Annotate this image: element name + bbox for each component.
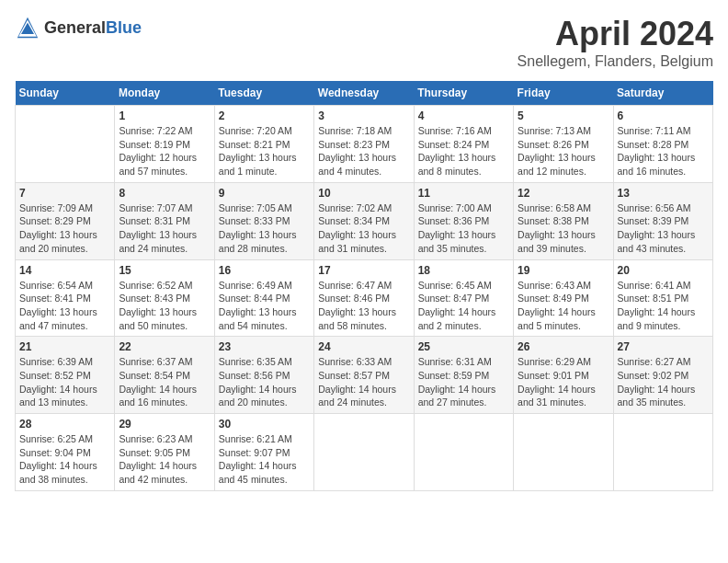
calendar-cell: 8Sunrise: 7:07 AM Sunset: 8:31 PM Daylig… (115, 182, 214, 259)
day-number: 22 (119, 340, 210, 353)
day-info: Sunrise: 7:11 AM Sunset: 8:28 PM Dayligh… (618, 124, 709, 178)
calendar-cell: 16Sunrise: 6:49 AM Sunset: 8:44 PM Dayli… (214, 259, 313, 337)
month-title: April 2024 (518, 15, 713, 53)
calendar-body: 1Sunrise: 7:22 AM Sunset: 8:19 PM Daylig… (16, 106, 713, 491)
calendar-cell: 22Sunrise: 6:37 AM Sunset: 8:54 PM Dayli… (115, 337, 214, 414)
day-info: Sunrise: 7:16 AM Sunset: 8:24 PM Dayligh… (418, 124, 509, 178)
calendar-cell: 1Sunrise: 7:22 AM Sunset: 8:19 PM Daylig… (115, 106, 214, 183)
calendar-cell: 15Sunrise: 6:52 AM Sunset: 8:43 PM Dayli… (115, 259, 214, 337)
calendar-cell (314, 414, 414, 491)
day-info: Sunrise: 6:37 AM Sunset: 8:54 PM Dayligh… (119, 355, 210, 409)
day-info: Sunrise: 7:20 AM Sunset: 8:21 PM Dayligh… (219, 124, 310, 178)
day-number: 28 (19, 418, 110, 431)
day-info: Sunrise: 6:31 AM Sunset: 8:59 PM Dayligh… (418, 355, 509, 409)
day-number: 16 (219, 264, 310, 277)
calendar-cell: 11Sunrise: 7:00 AM Sunset: 8:36 PM Dayli… (414, 182, 513, 259)
day-info: Sunrise: 6:41 AM Sunset: 8:51 PM Dayligh… (618, 279, 709, 333)
title-area: April 2024 Snellegem, Flanders, Belgium (518, 15, 713, 70)
day-number: 18 (418, 264, 509, 277)
day-number: 10 (318, 187, 409, 200)
day-number: 9 (219, 187, 310, 200)
day-info: Sunrise: 6:45 AM Sunset: 8:47 PM Dayligh… (418, 279, 509, 333)
week-row-5: 28Sunrise: 6:25 AM Sunset: 9:04 PM Dayli… (16, 414, 713, 491)
day-number: 6 (618, 109, 709, 122)
logo: GeneralBlue (15, 15, 142, 40)
calendar-cell: 24Sunrise: 6:33 AM Sunset: 8:57 PM Dayli… (314, 337, 414, 414)
day-number: 2 (219, 109, 310, 122)
day-number: 11 (418, 187, 509, 200)
calendar-cell: 9Sunrise: 7:05 AM Sunset: 8:33 PM Daylig… (214, 182, 313, 259)
day-info: Sunrise: 7:00 AM Sunset: 8:36 PM Dayligh… (418, 201, 509, 256)
day-info: Sunrise: 6:49 AM Sunset: 8:44 PM Dayligh… (219, 279, 310, 333)
day-info: Sunrise: 7:07 AM Sunset: 8:31 PM Dayligh… (119, 201, 210, 256)
day-number: 8 (119, 187, 210, 200)
calendar-cell: 19Sunrise: 6:43 AM Sunset: 8:49 PM Dayli… (514, 259, 613, 337)
week-row-4: 21Sunrise: 6:39 AM Sunset: 8:52 PM Dayli… (16, 337, 713, 414)
day-number: 26 (518, 340, 609, 353)
day-number: 7 (19, 187, 110, 200)
logo-text-blue: Blue (106, 18, 142, 37)
week-row-2: 7Sunrise: 7:09 AM Sunset: 8:29 PM Daylig… (16, 182, 713, 259)
day-number: 13 (618, 187, 709, 200)
calendar-cell: 3Sunrise: 7:18 AM Sunset: 8:23 PM Daylig… (314, 106, 414, 183)
day-info: Sunrise: 6:39 AM Sunset: 8:52 PM Dayligh… (19, 355, 110, 409)
day-number: 19 (518, 264, 609, 277)
logo-icon (15, 15, 40, 40)
calendar-cell: 17Sunrise: 6:47 AM Sunset: 8:46 PM Dayli… (314, 259, 414, 337)
calendar-cell: 18Sunrise: 6:45 AM Sunset: 8:47 PM Dayli… (414, 259, 513, 337)
day-number: 12 (518, 187, 609, 200)
calendar-cell: 30Sunrise: 6:21 AM Sunset: 9:07 PM Dayli… (214, 414, 313, 491)
calendar-cell: 25Sunrise: 6:31 AM Sunset: 8:59 PM Dayli… (414, 337, 513, 414)
day-header-monday: Monday (115, 81, 214, 106)
day-info: Sunrise: 6:54 AM Sunset: 8:41 PM Dayligh… (19, 279, 110, 333)
calendar-table: SundayMondayTuesdayWednesdayThursdayFrid… (15, 81, 713, 491)
calendar-cell (16, 106, 115, 183)
day-info: Sunrise: 7:02 AM Sunset: 8:34 PM Dayligh… (318, 201, 409, 256)
day-number: 17 (318, 264, 409, 277)
calendar-cell: 20Sunrise: 6:41 AM Sunset: 8:51 PM Dayli… (613, 259, 712, 337)
week-row-3: 14Sunrise: 6:54 AM Sunset: 8:41 PM Dayli… (16, 259, 713, 337)
day-info: Sunrise: 6:29 AM Sunset: 9:01 PM Dayligh… (518, 355, 609, 409)
calendar-cell: 26Sunrise: 6:29 AM Sunset: 9:01 PM Dayli… (514, 337, 613, 414)
day-number: 4 (418, 109, 509, 122)
calendar-cell: 5Sunrise: 7:13 AM Sunset: 8:26 PM Daylig… (514, 106, 613, 183)
calendar-cell: 10Sunrise: 7:02 AM Sunset: 8:34 PM Dayli… (314, 182, 414, 259)
calendar-cell: 2Sunrise: 7:20 AM Sunset: 8:21 PM Daylig… (214, 106, 313, 183)
day-info: Sunrise: 6:27 AM Sunset: 9:02 PM Dayligh… (618, 355, 709, 409)
day-info: Sunrise: 6:47 AM Sunset: 8:46 PM Dayligh… (318, 279, 409, 333)
day-info: Sunrise: 6:23 AM Sunset: 9:05 PM Dayligh… (119, 432, 210, 487)
calendar-cell: 14Sunrise: 6:54 AM Sunset: 8:41 PM Dayli… (16, 259, 115, 337)
calendar-cell: 13Sunrise: 6:56 AM Sunset: 8:39 PM Dayli… (613, 182, 712, 259)
day-number: 5 (518, 109, 609, 122)
day-header-wednesday: Wednesday (314, 81, 414, 106)
day-header-sunday: Sunday (16, 81, 115, 106)
calendar-cell: 28Sunrise: 6:25 AM Sunset: 9:04 PM Dayli… (16, 414, 115, 491)
calendar-cell: 7Sunrise: 7:09 AM Sunset: 8:29 PM Daylig… (16, 182, 115, 259)
location-title: Snellegem, Flanders, Belgium (518, 53, 713, 70)
logo-text-general: General (44, 18, 106, 37)
calendar-cell: 12Sunrise: 6:58 AM Sunset: 8:38 PM Dayli… (514, 182, 613, 259)
day-info: Sunrise: 6:52 AM Sunset: 8:43 PM Dayligh… (119, 279, 210, 333)
calendar-cell (613, 414, 712, 491)
calendar-cell (514, 414, 613, 491)
day-number: 1 (119, 109, 210, 122)
day-number: 20 (618, 264, 709, 277)
day-number: 14 (19, 264, 110, 277)
calendar-cell (414, 414, 513, 491)
day-info: Sunrise: 6:33 AM Sunset: 8:57 PM Dayligh… (318, 355, 409, 409)
calendar-cell: 27Sunrise: 6:27 AM Sunset: 9:02 PM Dayli… (613, 337, 712, 414)
day-number: 29 (119, 418, 210, 431)
day-info: Sunrise: 6:58 AM Sunset: 8:38 PM Dayligh… (518, 201, 609, 256)
day-number: 30 (219, 418, 310, 431)
day-number: 23 (219, 340, 310, 353)
day-info: Sunrise: 6:43 AM Sunset: 8:49 PM Dayligh… (518, 279, 609, 333)
calendar-cell: 6Sunrise: 7:11 AM Sunset: 8:28 PM Daylig… (613, 106, 712, 183)
day-header-thursday: Thursday (414, 81, 513, 106)
week-row-1: 1Sunrise: 7:22 AM Sunset: 8:19 PM Daylig… (16, 106, 713, 183)
day-info: Sunrise: 7:09 AM Sunset: 8:29 PM Dayligh… (19, 201, 110, 256)
day-number: 24 (318, 340, 409, 353)
calendar-header: SundayMondayTuesdayWednesdayThursdayFrid… (16, 81, 713, 106)
calendar-cell: 21Sunrise: 6:39 AM Sunset: 8:52 PM Dayli… (16, 337, 115, 414)
day-info: Sunrise: 6:35 AM Sunset: 8:56 PM Dayligh… (219, 355, 310, 409)
day-number: 21 (19, 340, 110, 353)
